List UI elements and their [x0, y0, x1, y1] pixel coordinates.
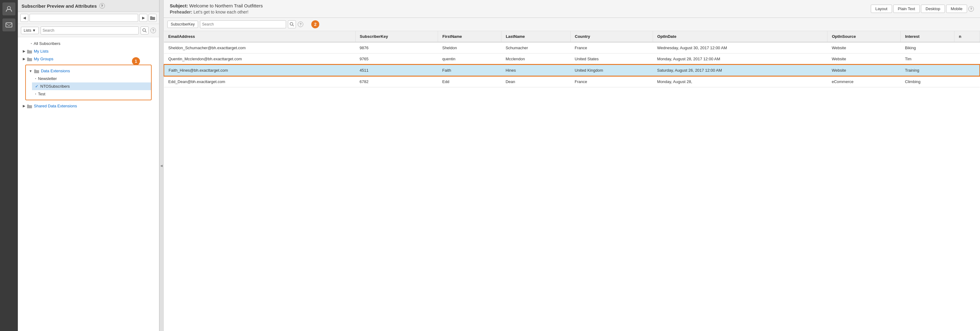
tree-item-label: My Lists [34, 49, 49, 54]
preheader-line: Preheader: Let's get to know each other! [170, 10, 871, 14]
table-cell: Edd [438, 76, 501, 88]
table-cell: Edd_Dean@bh.exacttarget.com [164, 76, 355, 88]
tree-item-nto-subscribers[interactable]: ✓ NTOSubscribers [32, 83, 151, 90]
tree-item-label: Shared Data Extensions [34, 103, 77, 108]
folder-icon [27, 49, 32, 54]
table-cell: 9765 [355, 54, 438, 65]
table-row[interactable]: Edd_Dean@bh.exacttarget.com6782EddDeanFr… [164, 76, 980, 88]
sub-search-input[interactable] [200, 20, 286, 28]
table-header-row: EmailAddress SubscriberKey FirstName Las… [164, 31, 980, 42]
data-extensions-group: ▼ Data Extensions • Newsletter ✓ [25, 65, 152, 100]
table-cell: quentin [438, 54, 501, 65]
preheader-label: Preheader: [170, 10, 192, 14]
table-row[interactable]: Faith_Hines@bh.exacttarget.com4511FaithH… [164, 65, 980, 76]
table-cell: Dean [501, 76, 571, 88]
left-panel-header: Subscriber Preview and Attributes ? [18, 0, 159, 12]
search-input[interactable] [41, 27, 139, 35]
table-cell: Faith_Hines@bh.exacttarget.com [164, 65, 355, 76]
table-cell: France [570, 42, 653, 54]
lists-dropdown-btn[interactable]: Lists ▼ [21, 27, 39, 34]
table-cell: 4511 [355, 65, 438, 76]
tree-item-my-lists[interactable]: ▶ My Lists [18, 48, 159, 55]
svg-point-4 [290, 22, 293, 25]
tree-item-label: All Subscribers [34, 41, 60, 46]
tree-item-all-subscribers[interactable]: • All Subscribers [18, 40, 159, 48]
email-icon-btn[interactable] [2, 19, 15, 31]
svg-point-2 [143, 29, 145, 31]
plain-text-btn[interactable]: Plain Text [893, 5, 920, 13]
tree-item-label: Newsletter [38, 76, 57, 81]
desktop-btn[interactable]: Desktop [921, 5, 945, 13]
table-cell [955, 54, 980, 65]
search-bar: Lists ▼ ? [18, 24, 159, 37]
col-country: Country [570, 31, 653, 42]
device-group: Desktop Mobile [921, 5, 967, 13]
col-lastname: LastName [501, 31, 571, 42]
tree: • All Subscribers ▶ My Lists ▶ My Groups [18, 37, 159, 331]
folder-icon [27, 104, 32, 108]
sub-search-btn[interactable] [288, 20, 296, 28]
table-cell: Climbing [900, 76, 955, 88]
subject-area: Subject: Welcome to Northern Trail Outfi… [170, 3, 871, 14]
nav-folder-btn[interactable] [149, 14, 157, 22]
nav-path-input[interactable] [30, 14, 138, 22]
col-key: SubscriberKey [355, 31, 438, 42]
tree-item-newsletter[interactable]: • Newsletter [32, 75, 151, 83]
table-cell: 6782 [355, 76, 438, 88]
sub-search-bar: SubscriberKey ? 2 [164, 18, 980, 31]
col-n: n [955, 31, 980, 42]
user-icon-btn[interactable] [2, 2, 15, 15]
app-container: Subscriber Preview and Attributes ? ◀ ▶ … [0, 0, 980, 331]
table-cell: Hines [501, 65, 571, 76]
subject-label: Subject: [170, 3, 188, 8]
col-email: EmailAddress [164, 31, 355, 42]
folder-icon [27, 57, 32, 61]
tree-item-test[interactable]: • Test [32, 90, 151, 98]
side-icons-panel [0, 0, 18, 331]
bullet-icon: • [35, 77, 36, 80]
badge-2: 2 [311, 20, 319, 28]
subject-line: Subject: Welcome to Northern Trail Outfi… [170, 3, 871, 8]
col-firstname: FirstName [438, 31, 501, 42]
subject-value: Welcome to Northern Trail Outfitters [189, 3, 262, 8]
mobile-btn[interactable]: Mobile [946, 5, 967, 13]
main-help-icon[interactable]: ? [968, 6, 974, 12]
table-cell: Mcclendon [501, 54, 571, 65]
search-btn[interactable] [141, 27, 149, 35]
tree-item-shared-data-extensions[interactable]: ▶ Shared Data Extensions [18, 102, 159, 110]
panel-help-icon[interactable]: ? [99, 3, 105, 9]
table-cell: France [570, 76, 653, 88]
bullet-icon: • [31, 42, 32, 45]
nav-forward-btn[interactable]: ▶ [139, 14, 147, 22]
main-area: Subject: Welcome to Northern Trail Outfi… [164, 0, 980, 331]
table-cell: Monday, August 28, [653, 76, 827, 88]
view-buttons: Layout Plain Text Desktop Mobile ? [871, 5, 974, 13]
col-interest: Interest [900, 31, 955, 42]
folder-open-icon [34, 69, 39, 73]
svg-line-3 [145, 31, 146, 32]
table-cell: Website [827, 42, 900, 54]
table-row[interactable]: Sheldon_Schumacher@bh.exacttarget.com987… [164, 42, 980, 54]
nav-back-btn[interactable]: ◀ [20, 14, 28, 22]
arrow-down-icon: ▼ [29, 69, 32, 73]
collapse-handle[interactable]: ◀ [159, 0, 164, 331]
tree-item-label: My Groups [34, 57, 54, 61]
svg-line-5 [293, 25, 294, 26]
layout-btn[interactable]: Layout [871, 5, 892, 13]
preheader-value: Let's get to know each other! [194, 10, 248, 14]
table-cell: Schumacher [501, 42, 571, 54]
table-cell: Website [827, 65, 900, 76]
left-panel: Subscriber Preview and Attributes ? ◀ ▶ … [18, 0, 159, 331]
de-children: • Newsletter ✓ NTOSubscribers • Test [26, 75, 151, 98]
table-cell: Monday, August 28, 2017 12:00 AM [653, 54, 827, 65]
table-cell: Biking [900, 42, 955, 54]
tree-item-label: NTOSubscribers [40, 84, 70, 89]
table-row[interactable]: Quentin_Mcclendon@bh.exacttarget.com9765… [164, 54, 980, 65]
search-help-icon[interactable]: ? [150, 28, 156, 33]
table-cell: Quentin_Mcclendon@bh.exacttarget.com [164, 54, 355, 65]
table-cell: 9876 [355, 42, 438, 54]
sub-search-help-icon[interactable]: ? [298, 22, 303, 27]
bullet-icon: • [35, 92, 36, 95]
subscriber-key-btn[interactable]: SubscriberKey [167, 21, 198, 28]
tree-item-data-extensions[interactable]: ▼ Data Extensions [26, 67, 151, 75]
